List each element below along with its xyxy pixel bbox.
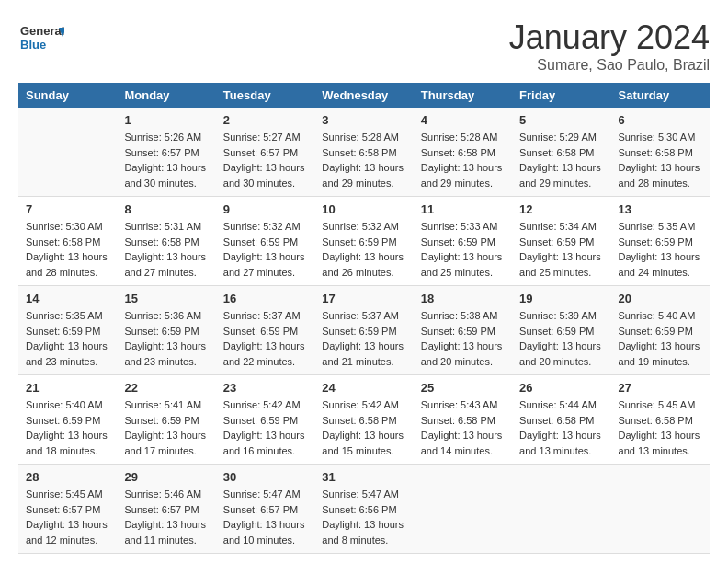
day-info: Sunrise: 5:33 AMSunset: 6:59 PMDaylight:… [421,219,505,280]
header-cell-friday: Friday [512,83,610,108]
day-number: 26 [519,381,603,395]
week-row-5: 28Sunrise: 5:45 AMSunset: 6:57 PMDayligh… [18,465,710,554]
day-info: Sunrise: 5:31 AMSunset: 6:58 PMDaylight:… [124,219,208,280]
day-info: Sunrise: 5:44 AMSunset: 6:58 PMDaylight:… [519,397,603,458]
day-number: 5 [519,113,603,127]
day-info: Sunrise: 5:42 AMSunset: 6:58 PMDaylight:… [322,397,405,458]
day-number: 30 [223,470,307,484]
header-cell-monday: Monday [117,83,215,108]
day-cell-26: 26Sunrise: 5:44 AMSunset: 6:58 PMDayligh… [512,375,610,465]
day-info: Sunrise: 5:30 AMSunset: 6:58 PMDaylight:… [26,219,109,280]
day-number: 12 [519,202,603,216]
day-info: Sunrise: 5:47 AMSunset: 6:56 PMDaylight:… [322,487,405,547]
subtitle: Sumare, Sao Paulo, Brazil [509,57,710,74]
day-cell-empty [512,465,610,554]
day-info: Sunrise: 5:32 AMSunset: 6:59 PMDaylight:… [223,219,307,280]
day-number: 1 [124,113,208,127]
day-info: Sunrise: 5:30 AMSunset: 6:58 PMDaylight:… [619,130,702,190]
day-info: Sunrise: 5:29 AMSunset: 6:58 PMDaylight:… [519,130,603,190]
day-number: 7 [26,202,109,216]
day-number: 20 [619,292,702,305]
day-info: Sunrise: 5:26 AMSunset: 6:57 PMDaylight:… [124,130,208,190]
day-number: 10 [322,202,405,216]
day-number: 22 [124,381,208,395]
header-cell-tuesday: Tuesday [216,83,314,108]
day-cell-3: 3Sunrise: 5:28 AMSunset: 6:58 PMDaylight… [314,108,413,197]
day-cell-24: 24Sunrise: 5:42 AMSunset: 6:58 PMDayligh… [314,375,413,465]
day-cell-13: 13Sunrise: 5:35 AMSunset: 6:59 PMDayligh… [611,197,710,286]
day-info: Sunrise: 5:28 AMSunset: 6:58 PMDaylight:… [322,130,405,190]
day-cell-19: 19Sunrise: 5:39 AMSunset: 6:59 PMDayligh… [512,286,610,375]
day-cell-8: 8Sunrise: 5:31 AMSunset: 6:58 PMDaylight… [117,197,215,286]
day-info: Sunrise: 5:35 AMSunset: 6:59 PMDaylight:… [26,308,109,369]
day-cell-4: 4Sunrise: 5:28 AMSunset: 6:58 PMDaylight… [414,108,512,197]
day-cell-7: 7Sunrise: 5:30 AMSunset: 6:58 PMDaylight… [18,197,117,286]
logo-svg: General Blue [18,18,64,60]
day-number: 25 [421,381,505,395]
day-cell-empty [611,465,710,554]
day-info: Sunrise: 5:37 AMSunset: 6:59 PMDaylight:… [223,308,307,369]
day-number: 9 [223,202,307,216]
day-number: 4 [421,113,505,127]
day-number: 29 [124,470,208,484]
day-cell-empty [414,465,512,554]
day-cell-6: 6Sunrise: 5:30 AMSunset: 6:58 PMDaylight… [611,108,710,197]
day-info: Sunrise: 5:35 AMSunset: 6:59 PMDaylight:… [619,219,702,280]
day-cell-11: 11Sunrise: 5:33 AMSunset: 6:59 PMDayligh… [414,197,512,286]
day-cell-2: 2Sunrise: 5:27 AMSunset: 6:57 PMDaylight… [216,108,314,197]
day-info: Sunrise: 5:43 AMSunset: 6:58 PMDaylight:… [421,397,505,458]
day-cell-29: 29Sunrise: 5:46 AMSunset: 6:57 PMDayligh… [117,465,215,554]
day-cell-17: 17Sunrise: 5:37 AMSunset: 6:59 PMDayligh… [314,286,413,375]
day-cell-22: 22Sunrise: 5:41 AMSunset: 6:59 PMDayligh… [117,375,215,465]
day-number: 15 [124,292,208,305]
week-row-4: 21Sunrise: 5:40 AMSunset: 6:59 PMDayligh… [18,375,710,465]
day-number: 24 [322,381,405,395]
day-info: Sunrise: 5:47 AMSunset: 6:57 PMDaylight:… [223,487,307,547]
day-cell-12: 12Sunrise: 5:34 AMSunset: 6:59 PMDayligh… [512,197,610,286]
day-info: Sunrise: 5:37 AMSunset: 6:59 PMDaylight:… [322,308,405,369]
day-cell-9: 9Sunrise: 5:32 AMSunset: 6:59 PMDaylight… [216,197,314,286]
day-number: 18 [421,292,505,305]
day-number: 3 [322,113,405,127]
day-info: Sunrise: 5:40 AMSunset: 6:59 PMDaylight:… [619,308,702,369]
day-info: Sunrise: 5:45 AMSunset: 6:58 PMDaylight:… [619,397,702,458]
logo: General Blue [18,18,64,60]
day-number: 21 [26,381,109,395]
day-number: 23 [223,381,307,395]
day-number: 19 [519,292,603,305]
day-number: 27 [619,381,702,395]
day-number: 13 [619,202,702,216]
week-row-2: 7Sunrise: 5:30 AMSunset: 6:58 PMDaylight… [18,197,710,286]
svg-text:General: General [20,24,64,38]
day-info: Sunrise: 5:42 AMSunset: 6:59 PMDaylight:… [223,397,307,458]
day-cell-25: 25Sunrise: 5:43 AMSunset: 6:58 PMDayligh… [414,375,512,465]
day-number: 14 [26,292,109,305]
day-cell-27: 27Sunrise: 5:45 AMSunset: 6:58 PMDayligh… [611,375,710,465]
day-number: 16 [223,292,307,305]
header-cell-sunday: Sunday [18,83,117,108]
day-cell-21: 21Sunrise: 5:40 AMSunset: 6:59 PMDayligh… [18,375,117,465]
day-number: 2 [223,113,307,127]
day-info: Sunrise: 5:39 AMSunset: 6:59 PMDaylight:… [519,308,603,369]
day-info: Sunrise: 5:27 AMSunset: 6:57 PMDaylight:… [223,130,307,190]
header-row: SundayMondayTuesdayWednesdayThursdayFrid… [18,83,710,108]
day-info: Sunrise: 5:36 AMSunset: 6:59 PMDaylight:… [124,308,208,369]
day-cell-10: 10Sunrise: 5:32 AMSunset: 6:59 PMDayligh… [314,197,413,286]
day-cell-28: 28Sunrise: 5:45 AMSunset: 6:57 PMDayligh… [18,465,117,554]
day-info: Sunrise: 5:32 AMSunset: 6:59 PMDaylight:… [322,219,405,280]
day-info: Sunrise: 5:38 AMSunset: 6:59 PMDaylight:… [421,308,505,369]
title-area: January 2024 Sumare, Sao Paulo, Brazil [509,18,710,74]
day-cell-16: 16Sunrise: 5:37 AMSunset: 6:59 PMDayligh… [216,286,314,375]
week-row-1: 1Sunrise: 5:26 AMSunset: 6:57 PMDaylight… [18,108,710,197]
day-number: 17 [322,292,405,305]
day-cell-23: 23Sunrise: 5:42 AMSunset: 6:59 PMDayligh… [216,375,314,465]
day-info: Sunrise: 5:46 AMSunset: 6:57 PMDaylight:… [124,487,208,547]
day-info: Sunrise: 5:45 AMSunset: 6:57 PMDaylight:… [26,487,109,547]
day-cell-15: 15Sunrise: 5:36 AMSunset: 6:59 PMDayligh… [117,286,215,375]
day-info: Sunrise: 5:34 AMSunset: 6:59 PMDaylight:… [519,219,603,280]
day-cell-14: 14Sunrise: 5:35 AMSunset: 6:59 PMDayligh… [18,286,117,375]
calendar-table: SundayMondayTuesdayWednesdayThursdayFrid… [18,83,710,554]
day-cell-30: 30Sunrise: 5:47 AMSunset: 6:57 PMDayligh… [216,465,314,554]
header-cell-saturday: Saturday [611,83,710,108]
day-number: 6 [619,113,702,127]
